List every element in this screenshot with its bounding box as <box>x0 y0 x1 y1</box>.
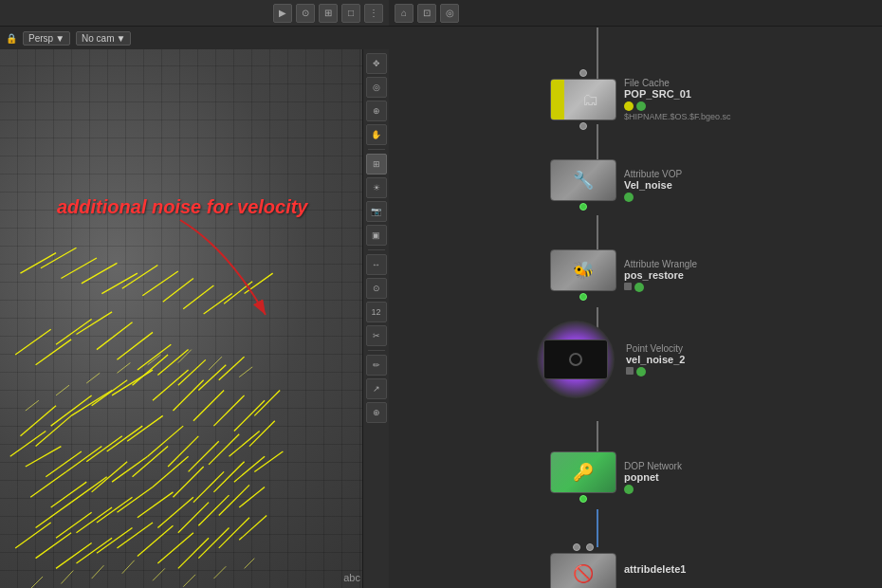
svg-line-60 <box>239 516 266 541</box>
awrangle-lock-icon <box>624 283 632 290</box>
avop-bottom-connector <box>579 203 587 211</box>
attr-vop-node[interactable]: 🔧 Attribute VOP Vel_noise <box>550 159 682 211</box>
svg-line-4 <box>71 391 112 416</box>
point-vel-node[interactable]: Point Velocity vel_noise_2 <box>537 321 685 398</box>
svg-line-64 <box>76 312 112 335</box>
nocam-dropdown[interactable]: No cam ▼ <box>76 31 131 46</box>
lock-icon: 🔒 <box>6 33 17 44</box>
svg-line-2 <box>10 431 46 456</box>
np-view-btn[interactable]: ◎ <box>440 4 459 23</box>
svg-line-14 <box>26 447 62 467</box>
dop-network-node[interactable]: 🔑 DOP Network popnet <box>550 451 682 503</box>
svg-line-79 <box>163 278 193 302</box>
rt-snap-btn[interactable]: ⊙ <box>366 278 387 299</box>
svg-line-65 <box>97 322 133 350</box>
pvel-labels: Point Velocity vel_noise_2 <box>626 343 685 377</box>
toolbar-layout-btn[interactable]: ⋮ <box>364 4 383 23</box>
file-cache-box[interactable]: 🗂 <box>550 79 616 120</box>
node-panel: ⌂ ⊡ ◎ <box>389 0 882 588</box>
svg-line-13 <box>254 391 280 416</box>
attr-wrangle-box[interactable]: 🐝 <box>550 249 616 291</box>
pvel-name-label: vel_noise_2 <box>626 354 685 365</box>
pvel-icons <box>626 367 685 377</box>
rt-zoom-btn[interactable]: ⊕ <box>366 101 387 121</box>
svg-line-97 <box>183 575 195 587</box>
svg-line-42 <box>117 487 153 513</box>
attribdelete-node[interactable]: 🚫 attribdelete1 <box>550 543 686 588</box>
svg-line-68 <box>157 350 188 376</box>
rt-separator-2 <box>368 249 385 250</box>
rt-group-btn[interactable]: ⊕ <box>366 402 387 423</box>
rt-camera-btn[interactable]: 📷 <box>366 201 387 222</box>
dopnet-type-label: DOP Network <box>624 461 682 471</box>
fc-icons <box>624 101 731 111</box>
svg-line-85 <box>56 385 69 395</box>
file-cache-node[interactable]: 🗂 File Cache POP_SRC_01 $HIPNAME. <box>550 69 731 130</box>
rt-connect-btn[interactable]: ↗ <box>366 378 387 399</box>
avop-labels: Attribute VOP Vel_noise <box>624 169 682 202</box>
svg-line-90 <box>209 357 222 370</box>
rt-render-btn[interactable]: ▣ <box>366 225 387 246</box>
toolbar-grid-btn[interactable]: ⊞ <box>319 4 338 23</box>
dopnet-bottom-connector <box>579 495 587 503</box>
dopnet-name-label: popnet <box>624 471 682 483</box>
rt-transform-btn[interactable]: ↔ <box>366 254 387 275</box>
svg-line-61 <box>15 329 51 355</box>
rt-handle-btn[interactable]: ✂ <box>366 325 387 346</box>
rt-light-btn[interactable]: ☀ <box>366 177 387 198</box>
svg-line-24 <box>229 431 259 456</box>
np-home-btn[interactable]: ⌂ <box>395 4 413 23</box>
svg-line-83 <box>245 273 273 293</box>
rt-separator-3 <box>368 350 385 351</box>
fc-bottom-connector <box>579 122 587 130</box>
toolbar-select-btn[interactable]: ▶ <box>273 4 292 23</box>
viewport-panel: ▶ ⊙ ⊞ □ ⋮ 🔒 Persp ▼ No cam ▼ <box>0 0 389 588</box>
svg-line-17 <box>86 436 122 462</box>
awrangle-green-icon <box>634 283 644 292</box>
svg-line-36 <box>234 456 265 482</box>
pvel-lock-icon <box>626 367 634 375</box>
attribdel-icon: 🚫 <box>573 563 594 584</box>
svg-line-10 <box>193 391 224 421</box>
toolbar-display-btn[interactable]: □ <box>341 4 360 23</box>
awrangle-bottom-connector <box>579 293 587 301</box>
svg-line-74 <box>61 258 97 278</box>
dop-network-box[interactable]: 🔑 <box>550 451 616 493</box>
attr-wrangle-node[interactable]: 🐝 Attribute Wrangle pos_restore <box>550 249 697 301</box>
svg-line-11 <box>213 395 244 426</box>
svg-line-43 <box>138 492 174 518</box>
rt-select-btn[interactable]: ✥ <box>366 53 387 74</box>
attr-vop-box[interactable]: 🔧 <box>550 159 616 201</box>
attribdel-labels: attribdelete1 <box>624 563 686 575</box>
persp-dropdown[interactable]: Persp ▼ <box>23 31 70 46</box>
rt-view-btn[interactable]: ◎ <box>366 77 387 98</box>
fc-meta-label: $HIPNAME.$OS.$F.bgeo.sc <box>624 112 731 121</box>
svg-line-50 <box>36 533 72 559</box>
point-vel-dot <box>569 353 582 366</box>
rt-paint-btn[interactable]: ✏ <box>366 355 387 376</box>
svg-line-31 <box>133 447 169 477</box>
viewport-canvas: additional noise for velocity <box>0 49 389 588</box>
svg-line-77 <box>122 266 158 289</box>
rt-measure-btn[interactable]: 12 <box>366 302 387 322</box>
svg-line-76 <box>101 273 138 293</box>
attribdel-top-conn1 <box>573 543 580 551</box>
svg-line-30 <box>112 456 148 482</box>
svg-line-19 <box>127 415 163 441</box>
svg-line-84 <box>26 400 39 411</box>
dopnet-icons <box>624 485 682 494</box>
svg-line-81 <box>204 294 232 314</box>
attribdelete-box[interactable]: 🚫 <box>550 553 616 588</box>
np-fit-btn[interactable]: ⊡ <box>417 4 436 23</box>
svg-line-18 <box>107 426 143 451</box>
svg-line-21 <box>168 436 198 467</box>
awrangle-icons <box>624 283 697 292</box>
awrangle-type-label: Attribute Wrangle <box>624 259 697 269</box>
viewport-subbar: 🔒 Persp ▼ No cam ▼ <box>0 27 389 49</box>
svg-line-75 <box>82 263 118 283</box>
dop-network-icon: 🔑 <box>573 462 594 483</box>
rt-display-btn[interactable]: ⊞ <box>366 154 387 175</box>
awrangle-name-label: pos_restore <box>624 269 697 281</box>
rt-pan-btn[interactable]: ✋ <box>366 124 387 145</box>
toolbar-snap-btn[interactable]: ⊙ <box>296 4 315 23</box>
